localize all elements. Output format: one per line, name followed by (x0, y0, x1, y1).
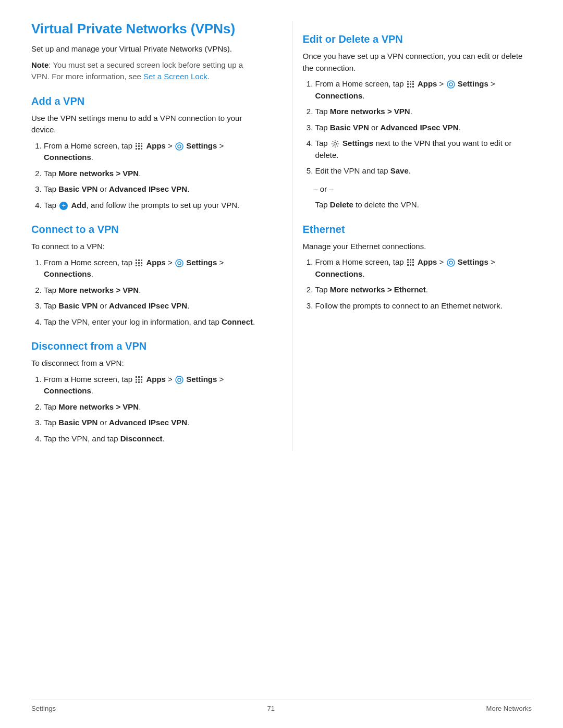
svg-rect-40 (410, 86, 411, 88)
settings-icon (175, 142, 183, 151)
svg-rect-52 (410, 264, 411, 266)
svg-rect-14 (136, 262, 137, 264)
note-body: : You must set a secured screen lock bef… (31, 60, 243, 81)
add-icon: + (59, 202, 68, 210)
edit-delete-vpn-intro: Once you have set up a VPN connection, y… (303, 51, 532, 74)
list-item: Tap Basic VPN or Advanced IPsec VPN. (315, 122, 532, 134)
apps-icon (407, 80, 415, 89)
svg-rect-37 (410, 83, 411, 85)
footer-right: More Networks (486, 705, 532, 712)
or-separator: – or – (303, 183, 532, 195)
svg-rect-38 (412, 83, 414, 85)
svg-rect-36 (407, 83, 409, 85)
svg-rect-24 (141, 376, 142, 378)
settings-icon (175, 259, 183, 267)
svg-rect-34 (410, 81, 411, 82)
connect-vpn-title: Connect to a VPN (31, 224, 261, 236)
list-item: Tap More networks > VPN. (315, 106, 532, 118)
footer-center: 71 (267, 705, 275, 712)
note-label: Note (31, 60, 48, 69)
connect-vpn-intro: To connect to a VPN: (31, 241, 261, 253)
list-item: Edit the VPN and tap Save. (315, 165, 532, 177)
svg-rect-17 (136, 265, 137, 266)
svg-rect-18 (138, 265, 140, 266)
svg-rect-26 (138, 379, 140, 380)
svg-point-31 (176, 376, 183, 384)
list-item: Tap the VPN, and tap Disconnect. (44, 433, 261, 445)
connect-vpn-steps: From a Home screen, tap Apps > Settings … (44, 257, 261, 328)
svg-point-10 (178, 145, 181, 148)
list-item: From a Home screen, tap Apps > Settings … (315, 78, 532, 102)
svg-rect-29 (138, 381, 140, 383)
left-column: Virtual Private Networks (VPNs) Set up a… (31, 21, 271, 451)
svg-rect-50 (412, 262, 414, 263)
svg-rect-16 (141, 262, 142, 264)
right-column: Edit or Delete a VPN Once you have set u… (292, 21, 532, 451)
svg-rect-27 (141, 379, 142, 380)
ethernet-steps: From a Home screen, tap Apps > Settings … (315, 256, 532, 312)
page-footer: Settings 71 More Networks (31, 699, 532, 712)
svg-rect-23 (138, 376, 140, 378)
svg-rect-11 (136, 260, 137, 261)
footer-left: Settings (31, 705, 56, 712)
page-intro: Set up and manage your Virtual Private N… (31, 43, 261, 55)
disconnect-vpn-steps: From a Home screen, tap Apps > Settings … (44, 374, 261, 445)
svg-rect-25 (136, 379, 137, 380)
svg-rect-33 (407, 81, 409, 82)
ethernet-title: Ethernet (303, 224, 532, 236)
list-item: Tap More networks > VPN. (44, 401, 261, 413)
list-item: Tap Basic VPN or Advanced IPsec VPN. (44, 417, 261, 429)
apps-icon (135, 376, 143, 384)
svg-rect-45 (407, 259, 409, 261)
svg-rect-2 (141, 143, 142, 144)
svg-point-21 (178, 262, 181, 265)
settings-icon (175, 376, 183, 384)
svg-rect-3 (136, 145, 137, 147)
svg-rect-28 (136, 381, 137, 383)
svg-rect-46 (410, 259, 411, 261)
edit-delete-vpn-steps: From a Home screen, tap Apps > Settings … (315, 78, 532, 177)
settings-icon (447, 80, 455, 89)
settings-icon (447, 258, 455, 267)
svg-rect-19 (141, 265, 142, 266)
svg-point-32 (178, 378, 181, 381)
svg-rect-48 (407, 262, 409, 263)
add-vpn-title: Add a VPN (31, 95, 261, 107)
list-item: Tap Basic VPN or Advanced IPsec VPN. (44, 300, 261, 312)
svg-rect-12 (138, 260, 140, 261)
page-title: Virtual Private Networks (VPNs) (31, 21, 261, 37)
apps-icon (135, 259, 143, 267)
disconnect-vpn-intro: To disconnect from a VPN: (31, 357, 261, 369)
note-text: Note: You must set a secured screen lock… (31, 59, 261, 83)
screen-lock-link[interactable]: Set a Screen Lock (143, 72, 207, 81)
svg-rect-7 (138, 148, 140, 150)
svg-point-42 (447, 81, 455, 88)
ethernet-intro: Manage your Ethernet connections. (303, 241, 532, 253)
svg-rect-13 (141, 260, 142, 261)
disconnect-vpn-title: Disconnect from a VPN (31, 340, 261, 352)
svg-rect-6 (136, 148, 137, 150)
svg-rect-22 (136, 376, 137, 378)
list-item: From a Home screen, tap Apps > Settings … (44, 374, 261, 397)
svg-rect-4 (138, 145, 140, 147)
list-item: From a Home screen, tap Apps > Settings … (44, 140, 261, 164)
list-item: From a Home screen, tap Apps > Settings … (44, 257, 261, 280)
svg-rect-8 (141, 148, 142, 150)
svg-rect-35 (412, 81, 414, 82)
svg-rect-49 (410, 262, 411, 263)
list-item: Tap + Add, and follow the prompts to set… (44, 200, 261, 212)
svg-point-44 (334, 143, 336, 145)
svg-rect-47 (412, 259, 414, 261)
svg-rect-30 (141, 381, 142, 383)
add-vpn-intro: Use the VPN settings menu to add a VPN c… (31, 113, 261, 136)
gear-icon (331, 140, 339, 148)
list-item: From a Home screen, tap Apps > Settings … (315, 256, 532, 280)
svg-rect-0 (136, 143, 137, 144)
svg-rect-41 (412, 86, 414, 88)
tap-delete-text: Tap Delete to delete the VPN. (315, 199, 532, 211)
apps-icon (135, 142, 143, 151)
svg-rect-39 (407, 86, 409, 88)
list-item: Tap More networks > VPN. (44, 285, 261, 297)
svg-point-43 (449, 83, 452, 86)
svg-rect-53 (412, 264, 414, 266)
